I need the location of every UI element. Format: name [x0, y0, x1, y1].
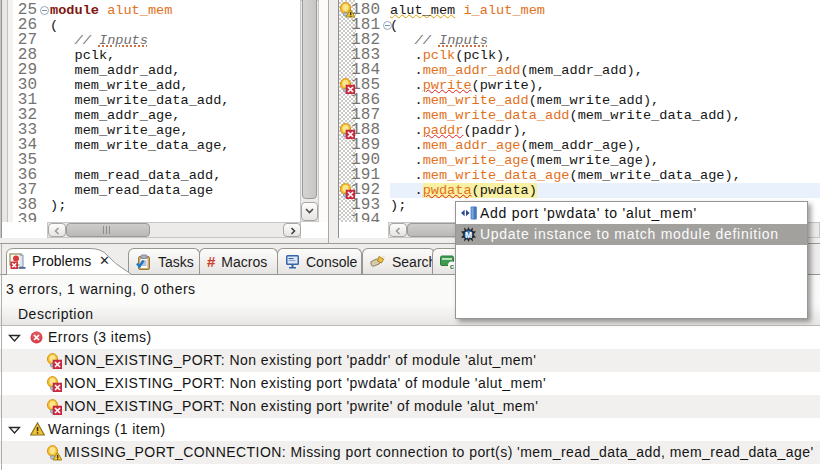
svg-text:M: M [465, 230, 472, 240]
